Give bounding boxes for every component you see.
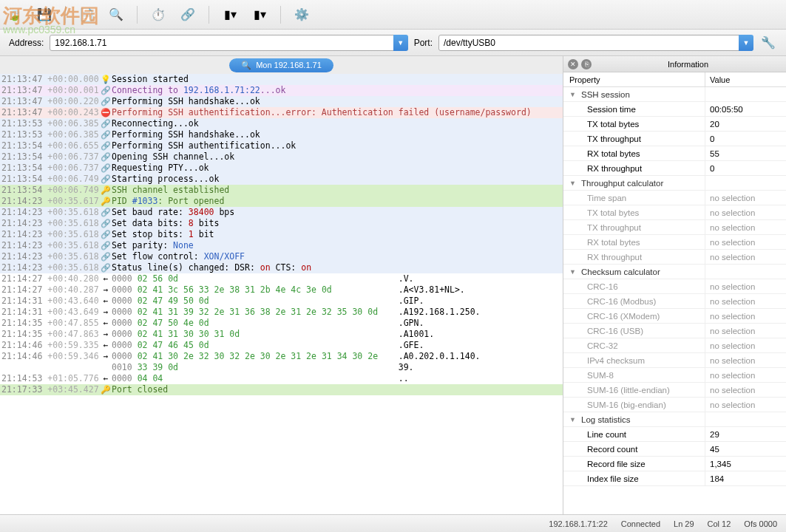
property-row[interactable]: SUM-8no selection: [563, 368, 786, 383]
session-tab[interactable]: 🔍 Mon 192.168.1.71: [229, 58, 333, 72]
main-area: 🔍 Mon 192.168.1.71 21:13:47 +00:00.000💡S…: [0, 56, 786, 514]
separator: [65, 6, 66, 24]
link-icon[interactable]: 🔗: [179, 6, 197, 24]
status-line: Ln 29: [674, 519, 694, 528]
log-line[interactable]: 21:14:23 +00:35.618🔗Set parity: None: [0, 240, 563, 251]
log-line[interactable]: 21:13:53 +00:06.385🔗Performing SSH hands…: [0, 129, 563, 140]
terminal2-icon[interactable]: ▮▾: [251, 6, 268, 24]
property-row[interactable]: CRC-16 (USB)no selection: [563, 324, 786, 338]
log-line[interactable]: 21:13:47 +00:00.220🔗Performing SSH hands…: [0, 96, 563, 107]
property-group[interactable]: ▼Log statistics: [563, 412, 786, 427]
new-icon[interactable]: 📄: [78, 6, 95, 24]
property-row[interactable]: CRC-32no selection: [563, 338, 786, 353]
tab-search-icon: 🔍: [241, 61, 251, 70]
close-icon[interactable]: ✕: [568, 59, 578, 69]
property-row[interactable]: TX throughput0: [563, 132, 786, 146]
info-title: Information: [594, 60, 782, 69]
log-line[interactable]: 21:14:46 +00:59.346→0000 02 41 30 2e 32 …: [0, 351, 563, 362]
property-row[interactable]: SUM-16 (big-endian)no selection: [563, 398, 786, 412]
port-input[interactable]: [438, 35, 749, 51]
log-line[interactable]: 21:14:46 +00:59.335←0000 02 47 46 45 0d …: [0, 340, 563, 351]
status-bar: 192.168.1.71:22 Connected Ln 29 Col 12 O…: [0, 514, 786, 532]
log-line[interactable]: 21:13:47 +00:00.000💡Session started: [0, 74, 563, 85]
status-col: Col 12: [708, 519, 731, 528]
log-line[interactable]: 21:13:47 +00:00.243⛔Performing SSH authe…: [0, 107, 563, 118]
port-dropdown[interactable]: ▼: [739, 35, 753, 51]
log-line[interactable]: 21:13:47 +00:00.001🔗Connecting to 192.16…: [0, 85, 563, 96]
property-row[interactable]: Session time00:05:50: [563, 102, 786, 117]
log-line[interactable]: 0010 33 39 0d 39.: [0, 362, 563, 373]
address-bar: Address: ▼ Port: ▼ 🔧: [0, 30, 786, 56]
property-group[interactable]: ▼Checksum calculator: [563, 265, 786, 279]
log-line[interactable]: 21:14:23 +00:35.618🔗Status line(s) chang…: [0, 262, 563, 273]
log-line[interactable]: 21:14:35 +00:47.855←0000 02 47 50 4e 0d …: [0, 318, 563, 329]
property-row[interactable]: TX total bytesno selection: [563, 205, 786, 220]
log-line[interactable]: 21:14:53 +01:05.776←0000 04 04 ..: [0, 373, 563, 384]
log-line[interactable]: 21:14:23 +00:35.618🔗Set baud rate: 38400…: [0, 207, 563, 218]
terminal1-icon[interactable]: ▮▾: [221, 6, 239, 24]
property-row[interactable]: RX throughput0: [563, 161, 786, 176]
header-property: Property: [563, 72, 705, 86]
timer-icon[interactable]: ⏱️: [149, 6, 167, 24]
log-line[interactable]: 21:14:31 +00:43.640←0000 02 47 49 50 0d …: [0, 296, 563, 307]
property-body[interactable]: ▼SSH sessionSession time00:05:50TX total…: [563, 87, 786, 514]
log-line[interactable]: 21:17:33 +03:45.427🔑Port closed: [0, 384, 563, 395]
property-row[interactable]: RX total bytes55: [563, 146, 786, 161]
property-row[interactable]: CRC-16 (XModem)no selection: [563, 309, 786, 324]
address-input[interactable]: [50, 35, 403, 51]
property-row[interactable]: Index file size184: [563, 471, 786, 486]
property-row[interactable]: TX throughputno selection: [563, 220, 786, 235]
property-header: Property Value: [563, 72, 786, 87]
log-line[interactable]: 21:14:27 +00:40.280←0000 02 56 0d .V.: [0, 273, 563, 284]
property-row[interactable]: Record count45: [563, 442, 786, 457]
property-row[interactable]: CRC-16 (Modbus)no selection: [563, 294, 786, 309]
property-row[interactable]: SUM-16 (little-endian)no selection: [563, 383, 786, 398]
log-line[interactable]: 21:13:54 +00:06.737🔗Opening SSH channel.…: [0, 151, 563, 163]
log-line[interactable]: 21:13:53 +00:06.385🔗Reconnecting...ok: [0, 118, 563, 129]
property-row[interactable]: Record file size1,345: [563, 457, 786, 471]
info-pane: ✕ ⎘ Information Property Value ▼SSH sess…: [563, 56, 786, 514]
property-group[interactable]: ▼Throughput calculator: [563, 176, 786, 191]
log-line[interactable]: 21:14:31 +00:43.649→0000 02 41 31 39 32 …: [0, 307, 563, 318]
main-toolbar: 🍃 💾 📄 🔍 ⏱️ 🔗 ▮▾ ▮▾ ⚙️: [0, 0, 786, 30]
log-pane: 🔍 Mon 192.168.1.71 21:13:47 +00:00.000💡S…: [0, 56, 563, 514]
gear-icon[interactable]: ⚙️: [293, 6, 311, 24]
separator: [280, 6, 281, 24]
log-line[interactable]: 21:13:54 +00:06.749🔗Starting process...o…: [0, 174, 563, 185]
property-row[interactable]: CRC-16no selection: [563, 279, 786, 294]
address-label: Address:: [9, 38, 44, 48]
property-group[interactable]: ▼SSH session: [563, 87, 786, 102]
status-connected: Connected: [621, 519, 660, 528]
separator: [209, 6, 209, 24]
log-line[interactable]: 21:13:54 +00:06.655🔗Performing SSH authe…: [0, 140, 563, 151]
property-row[interactable]: RX throughputno selection: [563, 250, 786, 265]
log-line[interactable]: 21:14:23 +00:35.618🔗Set flow control: XO…: [0, 251, 563, 262]
separator: [137, 6, 138, 24]
log-line[interactable]: 21:14:35 +00:47.863→0000 02 41 31 30 30 …: [0, 329, 563, 340]
property-row[interactable]: TX total bytes20: [563, 117, 786, 132]
status-address: 192.168.1.71:22: [549, 519, 608, 528]
log-lines[interactable]: 21:13:47 +00:00.000💡Session started21:13…: [0, 74, 563, 395]
property-row[interactable]: Time spanno selection: [563, 191, 786, 205]
log-line[interactable]: 21:13:54 +00:06.737🔗Requesting PTY...ok: [0, 163, 563, 174]
port-label: Port:: [414, 38, 433, 48]
address-dropdown[interactable]: ▼: [393, 35, 408, 51]
header-value: Value: [705, 72, 786, 86]
info-header: ✕ ⎘ Information: [563, 56, 786, 72]
tab-label: Mon 192.168.1.71: [256, 61, 322, 69]
property-row[interactable]: IPv4 checksumno selection: [563, 353, 786, 368]
property-row[interactable]: RX total bytesno selection: [563, 235, 786, 250]
log-line[interactable]: 21:14:23 +00:35.618🔗Set stop bits: 1 bit: [0, 229, 563, 240]
pin-icon[interactable]: ⎘: [581, 59, 592, 69]
log-line[interactable]: 21:14:27 +00:40.287→0000 02 41 3c 56 33 …: [0, 284, 563, 296]
log-line[interactable]: 21:13:54 +00:06.749🔑SSH channel establis…: [0, 185, 563, 196]
save-icon[interactable]: 💾: [35, 6, 53, 24]
search-icon[interactable]: 🔍: [107, 6, 125, 24]
log-line[interactable]: 21:14:23 +00:35.618🔗Set data bits: 8 bit…: [0, 218, 563, 229]
property-row[interactable]: Line count29: [563, 427, 786, 442]
leaf-icon[interactable]: 🍃: [6, 6, 24, 24]
settings-icon[interactable]: 🔧: [759, 34, 777, 52]
log-line[interactable]: 21:14:23 +00:35.617🔑PID #1033: Port open…: [0, 196, 563, 207]
status-ofs: Ofs 0000: [744, 519, 777, 528]
tab-bar: 🔍 Mon 192.168.1.71: [0, 56, 563, 74]
